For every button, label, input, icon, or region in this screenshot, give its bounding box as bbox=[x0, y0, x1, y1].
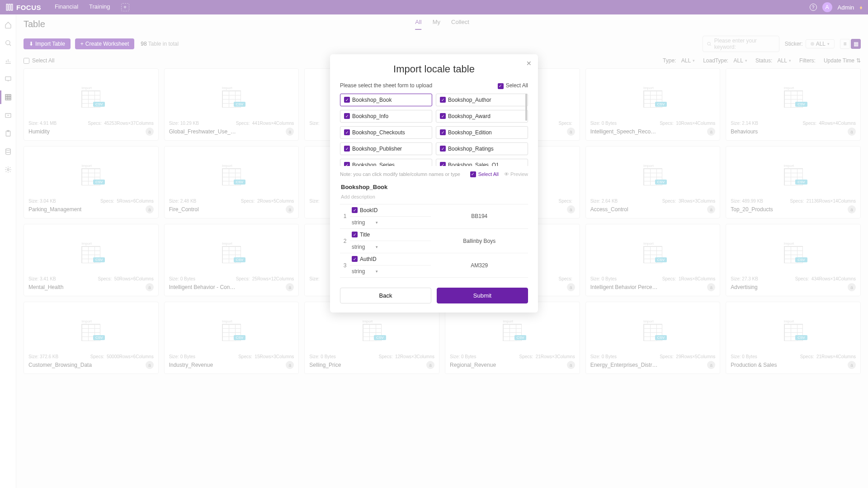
description-input[interactable]: Add description bbox=[340, 193, 528, 204]
col-index: 3 bbox=[340, 253, 350, 278]
col-name[interactable]: ✓BookID bbox=[350, 204, 431, 217]
modal-title: Import locale table bbox=[340, 63, 528, 75]
col-type-select[interactable]: string▾ bbox=[350, 241, 431, 253]
col-type-select[interactable]: string▾ bbox=[350, 217, 431, 229]
columns-table: 1 ✓BookID string▾ BB194 2 ✓Title string▾… bbox=[340, 204, 528, 278]
col-sample: AM329 bbox=[431, 253, 528, 278]
modal-subtitle: Please select the sheet form to upload bbox=[340, 82, 432, 89]
preview-button[interactable]: 👁 Preview bbox=[504, 171, 528, 177]
sheet-item[interactable]: ✓Bookshop_Series bbox=[340, 159, 432, 166]
col-index: 1 bbox=[340, 204, 350, 229]
table-name-input[interactable]: Bookshop_Book bbox=[340, 181, 528, 193]
modal-note: Note: you can click modify table/column … bbox=[340, 171, 460, 177]
col-index: 2 bbox=[340, 229, 350, 253]
scrollbar[interactable] bbox=[525, 94, 527, 121]
sheet-item[interactable]: ✓Bookshop_Book bbox=[340, 94, 432, 106]
sheet-item[interactable]: ✓Bookshop_Edition bbox=[436, 126, 528, 139]
modal-overlay: ✕ Import locale table Please select the … bbox=[0, 0, 868, 488]
sheet-item[interactable]: ✓Bookshop_Checkouts bbox=[340, 126, 432, 139]
column-row[interactable]: 1 ✓BookID string▾ BB194 bbox=[340, 204, 528, 229]
columns-select-all[interactable]: ✓Select All bbox=[470, 171, 499, 177]
col-name[interactable]: ✓AuthID bbox=[350, 253, 431, 265]
col-type-select[interactable]: string▾ bbox=[350, 265, 431, 278]
sheet-item[interactable]: ✓Bookshop_Publisher bbox=[340, 142, 432, 155]
column-row[interactable]: 3 ✓AuthID string▾ AM329 bbox=[340, 253, 528, 278]
col-sample: BB194 bbox=[431, 204, 528, 229]
sheet-item[interactable]: ✓Bookshop_Award bbox=[436, 110, 528, 123]
import-modal: ✕ Import locale table Please select the … bbox=[330, 54, 538, 313]
submit-button[interactable]: Submit bbox=[437, 288, 528, 303]
sheet-grid: ✓Bookshop_Book✓Bookshop_Author✓Bookshop_… bbox=[340, 94, 528, 166]
column-row[interactable]: 2 ✓Title string▾ Ballinby Boys bbox=[340, 229, 528, 253]
col-name[interactable]: ✓Title bbox=[350, 229, 431, 241]
col-sample: Ballinby Boys bbox=[431, 229, 528, 253]
sheet-item[interactable]: ✓Bookshop_Author bbox=[436, 94, 528, 106]
close-icon[interactable]: ✕ bbox=[526, 60, 532, 67]
modal-select-all[interactable]: ✓Select All bbox=[498, 82, 528, 89]
sheet-item[interactable]: ✓Bookshop_Ratings bbox=[436, 142, 528, 155]
sheet-item[interactable]: ✓Bookshop_Sales_Q1 bbox=[436, 159, 528, 166]
back-button[interactable]: Back bbox=[340, 288, 431, 303]
sheet-item[interactable]: ✓Bookshop_Info bbox=[340, 110, 432, 123]
